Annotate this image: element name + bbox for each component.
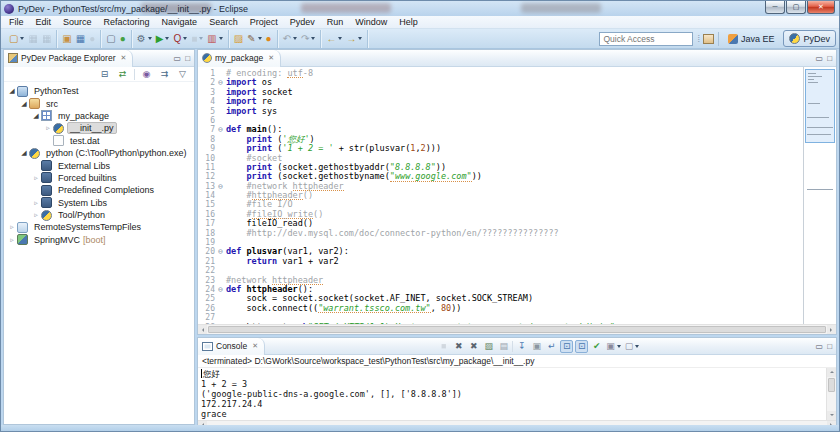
expanded-arrow-icon[interactable]: ◢: [7, 85, 17, 97]
link-with-editor-button[interactable]: ⇄: [116, 68, 129, 81]
scrollbar-thumb[interactable]: [828, 378, 835, 392]
customize-view-button[interactable]: ⇉: [158, 68, 171, 81]
scroll-right-icon[interactable]: [827, 325, 836, 334]
menu-project[interactable]: Project: [244, 16, 284, 29]
menu-search[interactable]: Search: [203, 16, 244, 29]
dropdown-arrow-icon[interactable]: [338, 37, 342, 40]
dropdown-arrow-icon[interactable]: [293, 37, 297, 40]
open-resource-button[interactable]: ▨: [232, 31, 245, 47]
dropdown-arrow-icon[interactable]: [183, 37, 187, 40]
quick-access-input[interactable]: [599, 32, 693, 46]
menu-navigate[interactable]: Navigate: [156, 16, 204, 29]
dropdown-arrow-icon[interactable]: [20, 37, 24, 40]
tree-item[interactable]: ◢python (C:\Tool\Python\python.exe): [4, 147, 194, 159]
run-button[interactable]: ▶: [154, 31, 172, 47]
remove-launch-button[interactable]: ✖: [452, 340, 465, 353]
new-button[interactable]: ▢: [7, 31, 26, 47]
tab-package-explorer[interactable]: PyDev Package Explorer ✕: [4, 50, 133, 67]
minimize-view-icon[interactable]: ▭: [816, 342, 824, 351]
next-edit-location-button[interactable]: ↷: [299, 31, 317, 47]
menu-edit[interactable]: Edit: [30, 16, 58, 29]
word-wrap-button[interactable]: ↵: [545, 340, 558, 353]
dropdown-arrow-icon[interactable]: [258, 37, 262, 40]
import-wizard-button[interactable]: ▣: [60, 31, 73, 47]
tree-item[interactable]: External Libs: [4, 159, 194, 171]
dropdown-arrow-icon[interactable]: [635, 345, 639, 348]
open-perspective-icon[interactable]: [703, 34, 714, 44]
save-all-button[interactable]: ▦: [40, 31, 53, 47]
coverage-button[interactable]: ▥: [205, 31, 224, 47]
back-button[interactable]: ←: [324, 31, 344, 47]
close-button[interactable]: ✕: [807, 1, 835, 14]
editor-horizontal-scrollbar[interactable]: [198, 324, 836, 334]
maximize-button[interactable]: ▢: [786, 1, 806, 14]
code-editor[interactable]: 1# encoding: utf-82⊖import os3import soc…: [198, 67, 803, 324]
close-icon[interactable]: ✕: [252, 342, 258, 350]
terminate-button[interactable]: ■: [437, 340, 450, 353]
scroll-up-icon[interactable]: [827, 368, 836, 377]
tree-item[interactable]: Predefined Completions: [4, 184, 194, 196]
pydev-interactive-button[interactable]: ●: [118, 31, 128, 47]
tree-item[interactable]: ▹SpringMVC [boot]: [4, 234, 194, 246]
scroll-down-icon[interactable]: [827, 411, 836, 420]
profile-button[interactable]: Q: [171, 31, 189, 47]
tab-my-package[interactable]: my_package ✕: [198, 50, 281, 67]
open-console-button[interactable]: ▢: [624, 340, 641, 353]
dropdown-arrow-icon[interactable]: [165, 37, 169, 40]
minimap-viewport[interactable]: [805, 69, 835, 143]
activate-on-output-button[interactable]: ✔: [590, 340, 603, 353]
fold-minus-icon[interactable]: ⊖: [215, 285, 226, 294]
console-output[interactable]: 您好1 + 2 = 3('google-public-dns-a.google.…: [198, 368, 826, 420]
last-edit-location-button[interactable]: ↶: [281, 31, 299, 47]
menu-file[interactable]: File: [3, 16, 30, 29]
menu-window[interactable]: Window: [349, 16, 393, 29]
mark-occurrences-button[interactable]: ▢: [104, 31, 117, 47]
perspective-pydev-button[interactable]: PyDev: [783, 30, 836, 47]
minimize-view-icon[interactable]: ▭: [816, 54, 824, 63]
tab-console[interactable]: Console ✕: [198, 338, 265, 355]
maximize-view-icon[interactable]: □: [827, 54, 832, 63]
maximize-view-icon[interactable]: □: [827, 342, 832, 351]
maximize-view-icon[interactable]: □: [185, 54, 190, 63]
title-bar[interactable]: PyDev - PythonTest/src/my_package/__init…: [1, 1, 839, 16]
forward-button[interactable]: →: [344, 31, 364, 47]
debug-button[interactable]: ⚙: [135, 31, 154, 47]
dropdown-arrow-icon[interactable]: [358, 37, 362, 40]
dropdown-arrow-icon[interactable]: [617, 345, 621, 348]
show-console-on-stdout-button[interactable]: ⊡: [560, 340, 573, 353]
tree-item[interactable]: ▹Tool/Python: [4, 209, 194, 221]
tree-item[interactable]: ▹Forced builtins: [4, 172, 194, 184]
collapsed-arrow-icon[interactable]: ▹: [31, 197, 41, 209]
dropdown-arrow-icon[interactable]: [219, 37, 223, 40]
scrollbar-thumb[interactable]: [208, 326, 826, 333]
tree-item[interactable]: ◢my_package: [4, 110, 194, 122]
show-console-on-stderr-button[interactable]: ⊡: [575, 340, 588, 353]
copy-button[interactable]: ▤: [497, 340, 510, 353]
scroll-left-icon[interactable]: [198, 325, 207, 334]
external-tools-button[interactable]: ●: [264, 31, 274, 47]
menu-run[interactable]: Run: [321, 16, 350, 29]
collapsed-arrow-icon[interactable]: ▹: [7, 234, 17, 246]
fold-minus-icon[interactable]: ⊖: [215, 78, 226, 87]
close-icon[interactable]: ✕: [268, 54, 274, 62]
menu-pydev[interactable]: Pydev: [284, 16, 321, 29]
tree-item[interactable]: ◢src: [4, 97, 194, 109]
view-menu-button[interactable]: ▽: [176, 68, 189, 81]
collapsed-arrow-icon[interactable]: ▹: [43, 122, 53, 134]
collapsed-arrow-icon[interactable]: ▹: [31, 209, 41, 221]
expanded-arrow-icon[interactable]: ◢: [19, 98, 29, 110]
fold-minus-icon[interactable]: ⊖: [215, 125, 226, 134]
tree-item[interactable]: test.dat: [4, 135, 194, 147]
minimize-button[interactable]: ─: [765, 1, 785, 14]
fold-minus-icon[interactable]: ⊖: [215, 247, 226, 256]
minimize-view-icon[interactable]: ▭: [174, 54, 182, 63]
tree-item[interactable]: ▹System Libs: [4, 197, 194, 209]
tree-item[interactable]: ▹__init__.py: [4, 122, 194, 134]
dropdown-arrow-icon[interactable]: [199, 37, 203, 40]
stop-button[interactable]: ■: [189, 31, 205, 47]
tree-item[interactable]: ◢PythonTest: [4, 85, 194, 97]
expanded-arrow-icon[interactable]: ◢: [31, 110, 41, 122]
search-button[interactable]: ✎: [245, 31, 263, 47]
expanded-arrow-icon[interactable]: ◢: [19, 147, 29, 159]
dropdown-arrow-icon[interactable]: [148, 37, 152, 40]
